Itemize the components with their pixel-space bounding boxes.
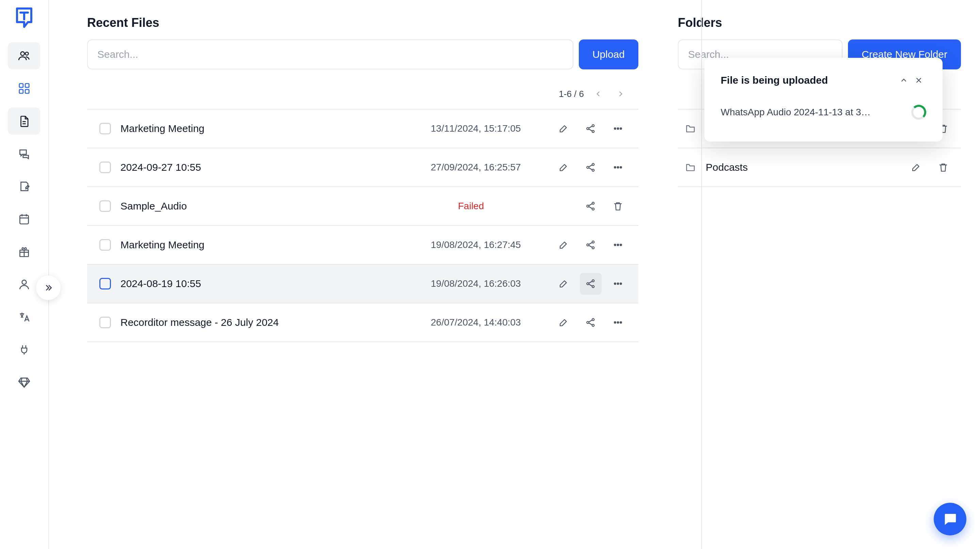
file-actions	[580, 195, 629, 217]
sidebar-item-files[interactable]	[8, 108, 40, 135]
more-button[interactable]	[607, 312, 629, 333]
delete-button[interactable]	[932, 157, 954, 178]
share-icon	[585, 317, 597, 328]
upload-spinner	[911, 105, 926, 120]
files-search-input[interactable]	[87, 40, 573, 70]
pager-next-button[interactable]	[612, 86, 629, 102]
edit-note-icon	[18, 180, 30, 193]
share-button[interactable]	[580, 312, 601, 333]
sidebar-item-premium[interactable]	[8, 369, 40, 396]
chevron-right-icon	[616, 89, 625, 98]
sidebar-item-chat[interactable]	[8, 140, 40, 167]
svg-point-39	[614, 322, 616, 324]
share-button[interactable]	[580, 273, 601, 295]
svg-point-41	[620, 322, 622, 324]
edit-button[interactable]	[553, 118, 574, 140]
svg-rect-5	[25, 89, 29, 93]
toast-close-button[interactable]	[911, 73, 926, 88]
people-icon	[18, 49, 30, 62]
file-checkbox[interactable]	[99, 278, 111, 289]
share-icon	[585, 239, 597, 251]
share-icon	[585, 162, 597, 173]
edit-button[interactable]	[553, 312, 574, 333]
share-icon	[585, 123, 597, 134]
more-button[interactable]	[607, 234, 629, 256]
file-checkbox[interactable]	[99, 200, 111, 212]
toast-title: File is being uploaded	[721, 75, 896, 86]
file-row[interactable]: 2024-09-27 10:5527/09/2024, 16:25:57	[87, 148, 638, 187]
svg-point-1	[25, 52, 28, 55]
more-button[interactable]	[607, 273, 629, 295]
edit-icon	[558, 162, 569, 173]
file-row[interactable]: 2024-08-19 10:5519/08/2024, 16:26:03	[87, 265, 638, 303]
chat-launcher[interactable]	[934, 503, 966, 535]
more-icon	[612, 123, 624, 134]
pager-prev-button[interactable]	[590, 86, 606, 102]
sidebar-item-gift[interactable]	[8, 238, 40, 265]
sidebar-item-profile[interactable]	[8, 271, 40, 298]
sidebar-item-notes[interactable]	[8, 173, 40, 200]
file-name: Recorditor message - 26 July 2024	[121, 317, 421, 328]
delete-button[interactable]	[607, 195, 629, 217]
svg-rect-3	[25, 84, 29, 87]
sidebar-item-dashboard[interactable]	[8, 75, 40, 102]
svg-point-14	[620, 128, 622, 130]
file-row[interactable]: Marketing Meeting19/08/2024, 16:27:45	[87, 226, 638, 265]
sidebar-item-translate[interactable]	[8, 303, 40, 331]
user-icon	[18, 278, 30, 291]
column-divider	[701, 0, 702, 549]
folder-actions	[905, 157, 954, 178]
file-name: Marketing Meeting	[121, 123, 421, 134]
folder-row[interactable]: Podcasts	[678, 148, 961, 187]
file-checkbox[interactable]	[99, 123, 111, 134]
more-icon	[612, 162, 624, 173]
translate-icon	[18, 311, 30, 324]
gift-icon	[18, 245, 30, 258]
file-actions	[553, 157, 629, 178]
sidebar-item-plugins[interactable]	[8, 336, 40, 363]
svg-point-27	[614, 244, 616, 246]
file-timestamp: 27/09/2024, 16:25:57	[431, 162, 543, 173]
file-timestamp: 19/08/2024, 16:27:45	[431, 240, 543, 250]
files-list: Marketing Meeting13/11/2024, 15:17:05202…	[87, 109, 638, 342]
edit-button[interactable]	[553, 234, 574, 256]
share-button[interactable]	[580, 234, 601, 256]
svg-point-19	[617, 167, 619, 168]
more-button[interactable]	[607, 118, 629, 140]
share-button[interactable]	[580, 157, 601, 178]
file-row[interactable]: Sample_AudioFailed	[87, 187, 638, 226]
more-button[interactable]	[607, 157, 629, 178]
share-icon	[585, 278, 597, 289]
edit-icon	[910, 162, 922, 173]
svg-point-29	[620, 244, 622, 246]
file-checkbox[interactable]	[99, 162, 111, 173]
svg-point-13	[617, 128, 619, 130]
file-checkbox[interactable]	[99, 239, 111, 251]
folder-name: Podcasts	[706, 162, 896, 173]
dashboard-icon	[18, 82, 30, 95]
svg-point-0	[21, 52, 24, 56]
file-checkbox[interactable]	[99, 317, 111, 328]
more-icon	[612, 278, 624, 289]
close-icon	[914, 76, 923, 85]
share-button[interactable]	[580, 195, 601, 217]
share-icon	[585, 200, 597, 212]
file-name: Sample_Audio	[121, 200, 449, 212]
share-button[interactable]	[580, 118, 601, 140]
app-logo[interactable]	[15, 6, 33, 30]
sidebar-item-calendar[interactable]	[8, 205, 40, 233]
edit-button[interactable]	[553, 157, 574, 178]
edit-button[interactable]	[905, 157, 927, 178]
sidebar-item-people[interactable]	[8, 42, 40, 70]
file-row[interactable]: Marketing Meeting13/11/2024, 15:17:05	[87, 109, 638, 148]
file-name: 2024-08-19 10:55	[121, 278, 421, 289]
file-icon	[18, 115, 30, 128]
edit-icon	[558, 123, 569, 134]
upload-button[interactable]: Upload	[579, 40, 638, 70]
folders-title: Folders	[678, 16, 961, 30]
file-row[interactable]: Recorditor message - 26 July 202426/07/2…	[87, 303, 638, 342]
edit-button[interactable]	[553, 273, 574, 295]
toast-collapse-button[interactable]	[896, 73, 911, 88]
more-icon	[612, 239, 624, 251]
svg-point-34	[617, 283, 619, 285]
